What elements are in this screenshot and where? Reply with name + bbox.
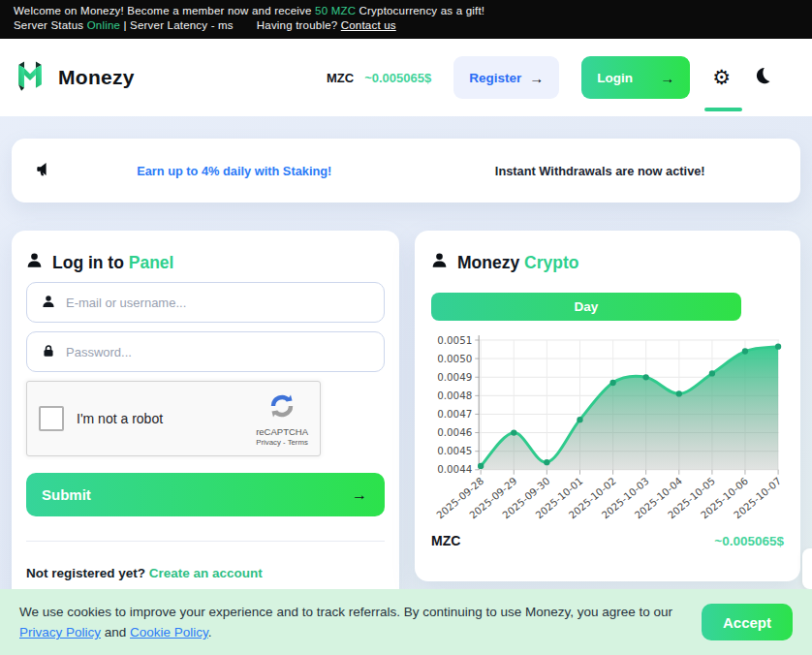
announcement-bar: Earn up to 4% daily with Staking! Instan…	[12, 139, 800, 203]
login-label: Login	[597, 71, 633, 85]
recaptcha-logo-icon	[267, 391, 297, 424]
password-field-wrap	[26, 331, 385, 372]
brand-title: Monezy	[58, 66, 135, 89]
password-input[interactable]	[26, 331, 385, 372]
gear-icon: ⚙	[712, 68, 731, 88]
welcome-suffix: Cryptocurrency as a gift!	[356, 5, 484, 16]
divider	[26, 541, 385, 542]
crypto-chart-panel: Monezy Crypto Day 0.00510.00500.00490.00…	[415, 231, 800, 581]
chart-panel-title: Monezy Crypto	[431, 252, 784, 273]
register-button[interactable]: Register →	[453, 56, 559, 99]
arrow-right-icon: →	[529, 70, 544, 86]
price-chart: 0.00510.00500.00490.00480.00470.00460.00…	[431, 330, 784, 527]
top-info-bar: Welcome on Monezy! Become a member now a…	[0, 0, 812, 39]
lock-icon	[42, 344, 55, 361]
submit-label: Submit	[42, 486, 91, 503]
recaptcha-label: I'm not a robot	[77, 411, 163, 426]
cookie-banner: We use cookies to improve your experienc…	[0, 589, 812, 655]
staking-announcement-link[interactable]: Earn up to 4% daily with Staking!	[51, 164, 418, 178]
email-field-wrap	[26, 282, 385, 323]
login-button[interactable]: Login →	[581, 56, 690, 99]
welcome-text: Welcome on Monezy! Become a member now a…	[14, 5, 315, 16]
chart-ticker-symbol: MZC	[431, 533, 460, 548]
page-edge-widget	[802, 548, 812, 589]
not-registered-text: Not registered yet?	[26, 566, 149, 580]
user-icon	[431, 252, 448, 273]
create-account-link[interactable]: Create an account	[149, 566, 263, 580]
arrow-right-icon: →	[660, 70, 674, 86]
chart-title-text: Monezy Crypto	[457, 253, 578, 273]
login-title-text: Log in to Panel	[52, 253, 173, 273]
monezy-logo-icon	[14, 59, 47, 96]
period-day-button[interactable]: Day	[431, 293, 741, 321]
server-status-row: Server Status Online | Server Latency - …	[14, 19, 798, 31]
svg-text:0.0051: 0.0051	[437, 334, 472, 346]
welcome-bonus: 50 MZC	[315, 5, 356, 16]
login-panel: Log in to Panel I'm not a robot	[12, 231, 399, 622]
welcome-row: Welcome on Monezy! Become a member now a…	[14, 5, 798, 16]
recaptcha-privacy-terms[interactable]: Privacy - Terms	[256, 438, 308, 447]
arrow-right-icon: →	[352, 486, 367, 504]
accept-cookies-button[interactable]: Accept	[702, 604, 793, 640]
megaphone-icon	[35, 161, 51, 181]
svg-text:0.0050: 0.0050	[437, 353, 472, 364]
login-panel-footer: Not registered yet? Create an account	[26, 566, 385, 580]
dark-mode-toggle[interactable]	[753, 66, 773, 89]
server-status-label: Server Status	[14, 19, 87, 31]
ticker-price: ~0.005065$	[364, 71, 431, 85]
recaptcha-widget: I'm not a robot reCAPTCHA Privacy - Term…	[26, 381, 321, 456]
svg-text:0.0049: 0.0049	[437, 371, 472, 383]
register-label: Register	[469, 71, 521, 85]
price-chart-container: 0.00510.00500.00490.00480.00470.00460.00…	[431, 330, 784, 531]
submit-button[interactable]: Submit →	[26, 473, 385, 516]
settings-active-indicator	[704, 108, 742, 111]
login-panel-title: Log in to Panel	[26, 252, 385, 273]
header-ticker: MZC ~0.005065$	[327, 71, 431, 85]
svg-text:0.0045: 0.0045	[437, 445, 472, 456]
period-day-label: Day	[575, 299, 599, 314]
user-icon	[42, 295, 55, 312]
accept-label: Accept	[723, 614, 771, 631]
moon-icon	[753, 66, 773, 89]
contact-us-link[interactable]: Contact us	[341, 19, 396, 31]
server-status-value: Online	[87, 19, 120, 31]
header: Monezy MZC ~0.005065$ Register → Login →…	[0, 39, 812, 116]
cookie-policy-link[interactable]: Cookie Policy	[130, 625, 208, 639]
chart-ticker-row: MZC ~0.005065$	[431, 533, 784, 548]
recaptcha-checkbox[interactable]	[39, 406, 64, 431]
svg-text:0.0048: 0.0048	[437, 390, 472, 401]
withdrawals-announcement: Instant Withdrawals are now active!	[418, 164, 784, 178]
user-icon	[26, 252, 43, 273]
recaptcha-branding: reCAPTCHA Privacy - Terms	[256, 391, 308, 447]
privacy-policy-link[interactable]: Privacy Policy	[19, 625, 101, 639]
ticker-symbol: MZC	[327, 71, 354, 85]
recaptcha-brand-text: reCAPTCHA	[256, 426, 308, 437]
cookie-text: We use cookies to improve your experienc…	[19, 602, 684, 642]
settings-button[interactable]: ⚙	[712, 68, 731, 88]
svg-text:0.0047: 0.0047	[437, 408, 472, 420]
svg-text:0.0044: 0.0044	[437, 463, 472, 475]
having-trouble-text: Having trouble?	[257, 19, 341, 31]
chart-ticker-price: ~0.005065$	[714, 534, 784, 548]
brand[interactable]: Monezy	[14, 59, 135, 96]
svg-text:0.0046: 0.0046	[437, 426, 472, 438]
server-latency: | Server Latency - ms	[120, 19, 234, 31]
email-input[interactable]	[26, 282, 385, 323]
main-content: Log in to Panel I'm not a robot	[12, 231, 800, 622]
